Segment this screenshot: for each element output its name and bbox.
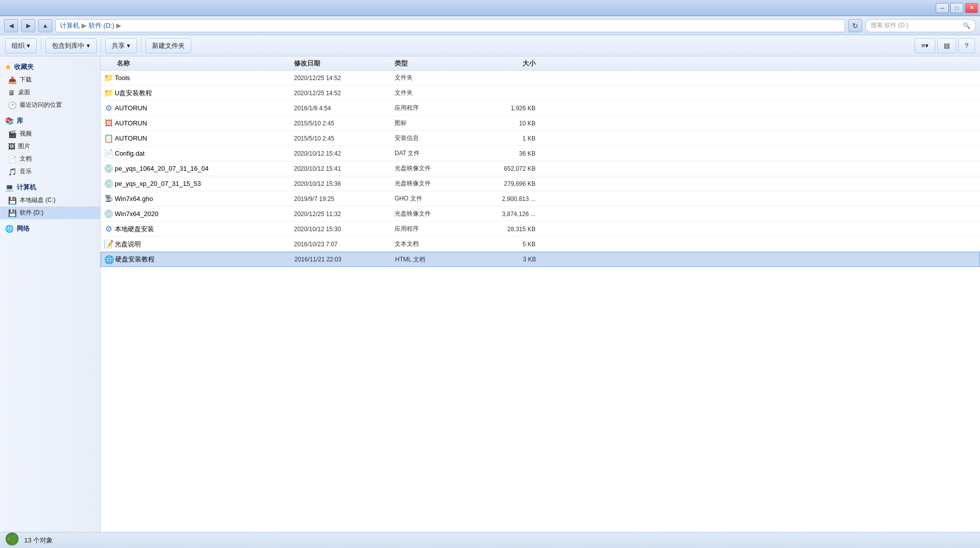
drive-c-icon: 💾 <box>8 196 17 204</box>
file-icon-folder: 📁 <box>103 87 115 99</box>
table-row[interactable]: 🖼 AUTORUN 2015/5/10 2:45 图标 10 KB <box>101 116 980 131</box>
column-size[interactable]: 大小 <box>475 59 546 68</box>
file-date: 2015/5/10 2:45 <box>294 135 395 142</box>
view-button[interactable]: ≡▾ <box>915 38 935 53</box>
toolbar-separator-1 <box>41 39 41 53</box>
sidebar-computer-label: 计算机 <box>17 183 36 192</box>
file-date: 2020/12/25 11:32 <box>294 211 395 218</box>
forward-button[interactable]: ▶ <box>21 19 35 32</box>
minimize-button[interactable]: ─ <box>936 3 949 13</box>
help-button[interactable]: ? <box>958 38 975 53</box>
file-name: Config.dat <box>115 150 294 157</box>
column-header: 名称 修改日期 类型 大小 <box>101 56 980 71</box>
sidebar-drive-d-label: 软件 (D:) <box>20 209 43 217</box>
file-icon-gho: 🗜 <box>103 193 115 205</box>
maximize-button[interactable]: □ <box>950 3 963 13</box>
file-icon-iso: 💿 <box>103 163 115 175</box>
recent-icon: 🕐 <box>8 101 17 109</box>
table-row[interactable]: 🗜 Win7x64.gho 2019/9/7 19:25 GHO 文件 2,90… <box>101 191 980 207</box>
file-date: 2016/10/23 7:07 <box>294 241 395 248</box>
file-name: Win7x64_2020 <box>115 210 294 218</box>
sidebar-item-docs[interactable]: 📄 文档 <box>0 153 100 165</box>
column-date[interactable]: 修改日期 <box>294 59 395 68</box>
table-row[interactable]: 📄 Config.dat 2020/10/12 15:42 DAT 文件 36 … <box>101 146 980 161</box>
file-type: 光盘映像文件 <box>395 179 475 188</box>
table-row[interactable]: 💿 pe_yqs_1064_20_07_31_16_04 2020/10/12 … <box>101 161 980 176</box>
preview-button[interactable]: ▤ <box>937 38 956 53</box>
file-size: 10 KB <box>475 120 546 127</box>
breadcrumb-sep: ▶ <box>82 22 87 29</box>
file-icon-info: 📋 <box>103 132 115 145</box>
share-button[interactable]: 共享 ▾ <box>105 38 137 53</box>
breadcrumb-drive[interactable]: 软件 (D:) <box>89 21 114 30</box>
share-label: 共享 <box>112 41 125 50</box>
table-row[interactable]: 💿 Win7x64_2020 2020/12/25 11:32 光盘映像文件 3… <box>101 207 980 222</box>
status-icon: 🌿 <box>5 532 19 549</box>
status-count: 13 个对象 <box>24 536 53 545</box>
file-type: 应用程序 <box>395 225 475 233</box>
music-icon: 🎵 <box>8 168 17 176</box>
table-row[interactable]: 📁 U盘安装教程 2020/12/25 14:52 文件夹 <box>101 86 980 101</box>
file-icon-app: ⚙ <box>103 223 115 235</box>
sidebar-header-favorites[interactable]: ★ 收藏夹 <box>0 60 100 74</box>
file-list: 名称 修改日期 类型 大小 📁 Tools 2020/12/25 14:52 文… <box>101 56 980 532</box>
sidebar-docs-label: 文档 <box>20 155 32 163</box>
sidebar-video-label: 视频 <box>20 129 32 138</box>
table-row[interactable]: 💿 pe_yqs_xp_20_07_31_15_53 2020/10/12 15… <box>101 176 980 191</box>
table-row[interactable]: 📝 光盘说明 2016/10/23 7:07 文本文档 5 KB <box>101 237 980 252</box>
column-type[interactable]: 类型 <box>395 59 475 68</box>
file-date: 2020/10/12 15:30 <box>294 226 395 233</box>
sidebar-item-video[interactable]: 🎬 视频 <box>0 127 100 140</box>
breadcrumb[interactable]: 计算机 ▶ 软件 (D:) ▶ <box>55 19 845 32</box>
file-name: U盘安装教程 <box>115 89 294 98</box>
file-icon-app: ⚙ <box>103 102 115 114</box>
back-button[interactable]: ◀ <box>4 19 18 32</box>
drive-d-icon: 💾 <box>8 209 17 217</box>
file-date: 2020/12/25 14:52 <box>294 90 395 97</box>
file-size: 1 KB <box>475 135 546 142</box>
sidebar-header-network[interactable]: 🌐 网络 <box>0 222 100 235</box>
table-row[interactable]: 🌐 硬盘安装教程 2016/11/21 22:03 HTML 文档 3 KB <box>101 252 980 267</box>
sidebar-item-downloads[interactable]: 📥 下载 <box>0 74 100 86</box>
download-icon: 📥 <box>8 76 17 84</box>
sidebar-item-recent[interactable]: 🕐 最近访问的位置 <box>0 99 100 111</box>
file-icon-img: 🖼 <box>103 117 115 129</box>
close-button[interactable]: ✕ <box>965 3 978 13</box>
search-icon[interactable]: 🔍 <box>963 22 970 29</box>
table-row[interactable]: ⚙ AUTORUN 2016/1/8 4:54 应用程序 1,926 KB <box>101 101 980 116</box>
file-icon-iso: 💿 <box>103 178 115 190</box>
toolbar-separator-2 <box>101 39 101 53</box>
breadcrumb-computer[interactable]: 计算机 <box>60 21 80 30</box>
search-box[interactable]: 搜索 软件 (D:) 🔍 <box>865 19 976 32</box>
sidebar-header-library[interactable]: 📚 库 <box>0 114 100 127</box>
sidebar-network-label: 网络 <box>17 224 30 233</box>
sidebar-item-pictures[interactable]: 🖼 图片 <box>0 140 100 153</box>
file-name: 本地硬盘安装 <box>115 225 294 234</box>
sidebar-section-network: 🌐 网络 <box>0 222 100 235</box>
column-name[interactable]: 名称 <box>103 59 294 68</box>
new-folder-button[interactable]: 新建文件夹 <box>145 38 191 53</box>
sidebar-item-music[interactable]: 🎵 音乐 <box>0 165 100 178</box>
file-name: Win7x64.gho <box>115 195 294 202</box>
sidebar-section-library: 📚 库 🎬 视频 🖼 图片 📄 文档 🎵 音乐 <box>0 114 100 178</box>
table-row[interactable]: 📁 Tools 2020/12/25 14:52 文件夹 <box>101 71 980 86</box>
sidebar-recent-label: 最近访问的位置 <box>20 101 62 109</box>
file-size: 1,926 KB <box>475 105 546 112</box>
sidebar-header-computer[interactable]: 💻 计算机 <box>0 181 100 194</box>
library-icon: 📚 <box>5 117 14 125</box>
sidebar-desktop-label: 桌面 <box>18 88 30 97</box>
organize-button[interactable]: 组织 ▾ <box>5 38 37 53</box>
file-name: AUTORUN <box>115 104 294 112</box>
file-date: 2020/10/12 15:36 <box>294 180 395 187</box>
file-size: 3 KB <box>476 256 546 263</box>
sidebar-item-drive-c[interactable]: 💾 本地磁盘 (C:) <box>0 194 100 207</box>
refresh-button[interactable]: ↻ <box>848 19 862 32</box>
up-button[interactable]: ▲ <box>38 19 52 32</box>
svg-text:🌿: 🌿 <box>7 534 17 544</box>
file-size: 279,696 KB <box>475 180 546 187</box>
sidebar-item-drive-d[interactable]: 💾 软件 (D:) <box>0 207 100 219</box>
table-row[interactable]: ⚙ 本地硬盘安装 2020/10/12 15:30 应用程序 28,315 KB <box>101 222 980 237</box>
sidebar-item-desktop[interactable]: 🖥 桌面 <box>0 86 100 99</box>
include-lib-button[interactable]: 包含到库中 ▾ <box>45 38 97 53</box>
table-row[interactable]: 📋 AUTORUN 2015/5/10 2:45 安装信息 1 KB <box>101 131 980 146</box>
